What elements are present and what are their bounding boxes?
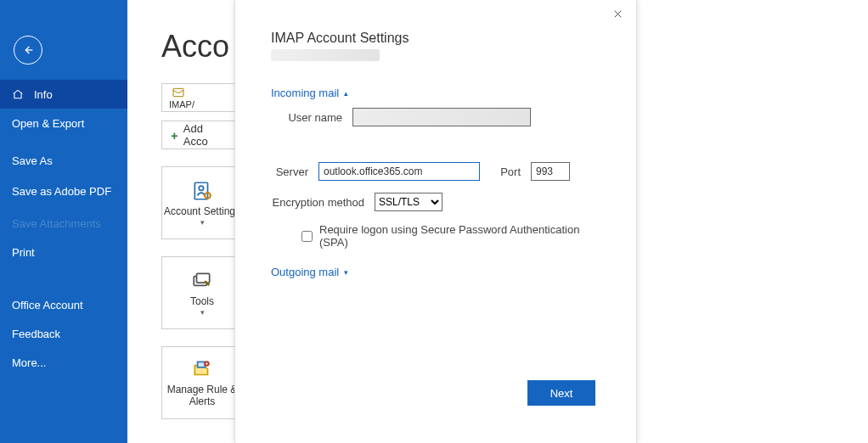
- sidebar-item-label: Info: [34, 88, 53, 101]
- svg-rect-11: [173, 88, 183, 96]
- backstage-sidebar: Info Open & Export Save As Save as Adobe…: [0, 0, 127, 443]
- home-icon: [12, 88, 27, 100]
- mail-account-icon: [169, 86, 188, 99]
- spa-label: Require logon using Secure Password Auth…: [319, 223, 600, 249]
- username-label: User name: [281, 111, 352, 124]
- incoming-mail-header[interactable]: Incoming mail ▴: [271, 87, 600, 99]
- sidebar-item-label: Save as Adobe PDF: [12, 185, 111, 199]
- dialog-subtitle-redacted: [271, 49, 380, 61]
- server-label: Server: [271, 165, 318, 178]
- tile-label: Account Settings: [164, 206, 240, 218]
- section-label: Incoming mail: [271, 87, 339, 99]
- add-account-label: Add Acco: [183, 122, 226, 148]
- chevron-down-icon: ▾: [200, 308, 205, 317]
- sidebar-item-label: Feedback: [12, 328, 60, 340]
- chevron-down-icon: ▾: [200, 218, 205, 227]
- add-account-button[interactable]: + Add Acco: [161, 121, 234, 149]
- server-input[interactable]: [318, 162, 480, 181]
- tile-tools[interactable]: Tools ▾: [161, 256, 243, 329]
- sidebar-item-save-attachments: Save Attachments: [0, 209, 127, 238]
- port-input[interactable]: [531, 162, 570, 181]
- sidebar-item-label: Office Account: [12, 299, 83, 311]
- sidebar-item-office-account[interactable]: Office Account: [0, 290, 127, 319]
- tile-label: Tools: [190, 296, 214, 308]
- chevron-up-icon: ▴: [344, 89, 348, 98]
- encryption-select[interactable]: SSL/TLS: [375, 193, 442, 211]
- sidebar-item-label: More...: [12, 356, 46, 369]
- chevron-down-icon: ▾: [344, 268, 348, 277]
- sidebar-item-save-as[interactable]: Save As: [0, 146, 127, 175]
- tools-icon: [190, 269, 214, 293]
- sidebar-item-feedback[interactable]: Feedback: [0, 319, 127, 348]
- username-input[interactable]: [352, 108, 531, 126]
- imap-settings-dialog: IMAP Account Settings Incoming mail ▴ Us…: [234, 0, 637, 443]
- plus-icon: +: [171, 128, 178, 143]
- sidebar-item-more[interactable]: More...: [0, 348, 127, 377]
- sidebar-item-info[interactable]: Info: [0, 80, 127, 109]
- sidebar-item-label: Print: [12, 246, 35, 259]
- spa-checkbox[interactable]: [302, 231, 313, 242]
- sidebar-item-label: Save Attachments: [12, 217, 101, 230]
- sidebar-item-save-adobe-pdf[interactable]: Save as Adobe PDF: [0, 175, 127, 209]
- tile-account-settings[interactable]: Account Settings ▾: [161, 166, 243, 239]
- outgoing-mail-header[interactable]: Outgoing mail ▾: [271, 266, 600, 278]
- svg-point-17: [207, 283, 210, 286]
- account-settings-icon: [190, 179, 214, 203]
- account-chip[interactable]: IMAP/: [161, 83, 234, 112]
- section-label: Outgoing mail: [271, 266, 339, 278]
- encryption-label: Encryption method: [271, 196, 375, 209]
- next-button[interactable]: Next: [527, 380, 595, 406]
- dialog-close-button[interactable]: [607, 3, 628, 24]
- back-arrow-icon[interactable]: [14, 36, 42, 64]
- port-label: Port: [488, 165, 531, 178]
- svg-point-13: [199, 186, 203, 190]
- tile-label: Manage Rule & Alerts: [162, 384, 242, 408]
- sidebar-item-label: Open & Export: [12, 117, 84, 130]
- sidebar-item-label: Save As: [12, 154, 53, 167]
- dialog-title: IMAP Account Settings: [271, 31, 600, 46]
- svg-rect-16: [197, 273, 210, 283]
- tile-manage-rules[interactable]: Manage Rule & Alerts: [161, 346, 243, 419]
- sidebar-item-print[interactable]: Print: [0, 238, 127, 266]
- manage-rules-icon: [190, 357, 214, 381]
- sidebar-item-open-export[interactable]: Open & Export: [0, 109, 127, 137]
- account-type-label: IMAP/: [169, 99, 194, 109]
